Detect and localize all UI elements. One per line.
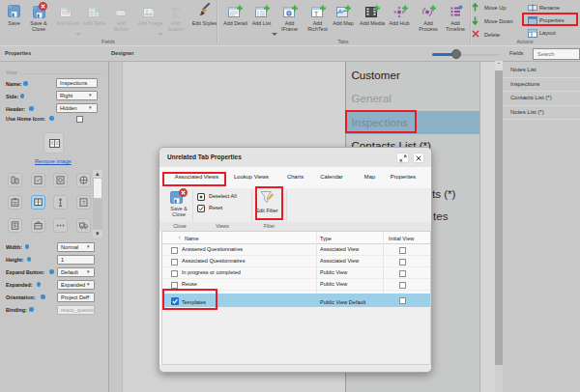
svg-text:T: T [314,11,319,17]
svg-text:?: ? [82,200,86,206]
